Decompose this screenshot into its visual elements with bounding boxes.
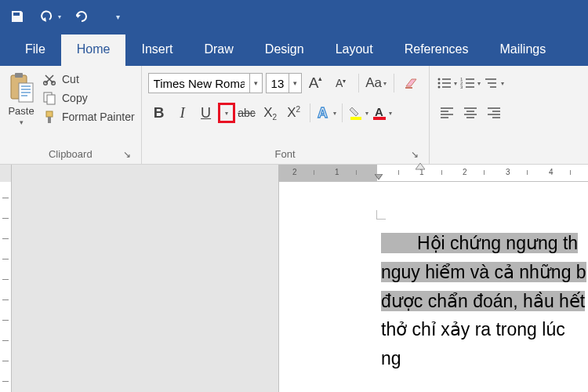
clipboard-launcher[interactable]: ↘ — [122, 150, 132, 159]
text-effects-button[interactable]: A ▾ — [315, 102, 337, 124]
ruler-bar: 2 1 1 2 3 4 — [0, 165, 588, 182]
svg-rect-6 — [47, 95, 55, 104]
bullets-button[interactable]: ▾ — [436, 72, 458, 94]
align-right-button[interactable] — [483, 102, 505, 124]
align-left-button[interactable] — [436, 102, 458, 124]
svg-rect-10 — [350, 117, 361, 120]
brush-icon — [42, 110, 56, 124]
indent-marker-icon[interactable] — [375, 174, 383, 182]
font-size-dropdown-icon[interactable]: ▾ — [289, 74, 301, 93]
svg-text:A: A — [318, 105, 328, 121]
paste-button[interactable]: Paste ▾ — [6, 69, 36, 146]
format-painter-button[interactable]: Format Painter — [42, 110, 135, 124]
document-workspace: Hội chứng ngưng th nguy hiểm và cả những… — [0, 182, 588, 392]
text-effects-icon: A — [316, 105, 332, 121]
paste-icon — [8, 72, 34, 103]
tab-layout[interactable]: Layout — [320, 34, 389, 66]
bold-button[interactable]: B — [148, 102, 170, 124]
clipboard-group-label: Clipboard ↘ — [6, 146, 135, 164]
numbering-button[interactable]: 123▾ — [459, 72, 481, 94]
quick-access-toolbar: ▾ ▾ — [0, 0, 588, 33]
document-text[interactable]: Hội chứng ngưng th nguy hiểm và cả những… — [279, 229, 588, 373]
ribbon-tabs: File Home Insert Draw Design Layout Refe… — [0, 33, 588, 66]
font-name-combo[interactable]: ▾ — [148, 73, 263, 93]
highlight-color-button[interactable]: ▾ — [347, 102, 369, 124]
copy-icon — [42, 91, 56, 105]
tab-draw[interactable]: Draw — [188, 34, 249, 66]
undo-button[interactable]: ▾ — [38, 9, 61, 24]
font-group-label: Font ↘ — [148, 146, 423, 164]
vertical-ruler[interactable] — [0, 182, 12, 392]
tab-references[interactable]: References — [389, 34, 485, 66]
svg-rect-1 — [15, 73, 23, 78]
strikethrough-button[interactable]: abc — [236, 102, 258, 124]
svg-rect-7 — [46, 111, 53, 117]
tab-insert[interactable]: Insert — [125, 34, 188, 66]
change-case-button[interactable]: Aa▾ — [365, 72, 387, 94]
highlighter-icon — [348, 105, 364, 121]
scissors-icon — [42, 72, 56, 86]
align-center-icon — [463, 107, 477, 119]
underline-button[interactable]: U — [195, 102, 217, 124]
clear-formatting-button[interactable] — [401, 72, 423, 94]
cut-button[interactable]: Cut — [42, 72, 135, 86]
bullets-icon — [437, 76, 452, 90]
margin-corner-icon — [376, 210, 386, 220]
italic-button[interactable]: I — [172, 102, 194, 124]
superscript-button[interactable]: X2 — [283, 102, 305, 124]
multilevel-icon — [484, 76, 499, 90]
subscript-button[interactable]: X2 — [260, 102, 281, 124]
undo-dropdown-icon[interactable]: ▾ — [58, 13, 61, 20]
font-launcher[interactable]: ↘ — [410, 150, 419, 159]
tab-design[interactable]: Design — [249, 34, 320, 66]
grow-font-button[interactable]: A▴ — [305, 72, 327, 94]
shrink-font-button[interactable]: A▾ — [330, 72, 352, 94]
svg-rect-8 — [48, 117, 51, 123]
svg-rect-12 — [373, 117, 386, 120]
callout-highlight — [218, 103, 235, 123]
font-size-input[interactable] — [267, 74, 289, 93]
font-name-input[interactable] — [149, 74, 249, 93]
copy-button[interactable]: Copy — [42, 91, 135, 105]
ribbon: Paste ▾ Cut Copy Format Painter Clipbo — [0, 66, 588, 165]
underline-dropdown-button[interactable]: ▾ — [219, 102, 234, 124]
tab-home[interactable]: Home — [61, 34, 126, 66]
svg-point-15 — [437, 86, 440, 89]
horizontal-ruler[interactable]: 2 1 1 2 3 4 — [278, 165, 588, 182]
font-size-combo[interactable]: ▾ — [266, 73, 302, 93]
customize-qat-button[interactable]: ▾ — [116, 13, 120, 21]
font-color-icon: A — [372, 105, 387, 121]
align-left-icon — [440, 107, 454, 119]
align-center-button[interactable] — [459, 102, 481, 124]
svg-text:3: 3 — [460, 85, 463, 89]
save-button[interactable] — [9, 9, 25, 24]
svg-point-14 — [437, 82, 440, 85]
svg-point-13 — [437, 78, 440, 81]
first-line-indent-marker[interactable] — [416, 163, 425, 171]
eraser-icon — [404, 76, 419, 90]
numbering-icon: 123 — [460, 76, 476, 90]
tab-mailings[interactable]: Mailings — [485, 34, 562, 66]
paste-label: Paste — [8, 105, 34, 117]
svg-text:A: A — [375, 105, 383, 118]
align-right-icon — [487, 107, 501, 119]
font-name-dropdown-icon[interactable]: ▾ — [249, 74, 262, 93]
tab-file[interactable]: File — [9, 34, 61, 66]
redo-button[interactable] — [74, 9, 89, 24]
document-page[interactable]: Hội chứng ngưng th nguy hiểm và cả những… — [278, 182, 588, 392]
font-color-button[interactable]: A ▾ — [371, 102, 393, 124]
multilevel-list-button[interactable]: ▾ — [483, 72, 505, 94]
